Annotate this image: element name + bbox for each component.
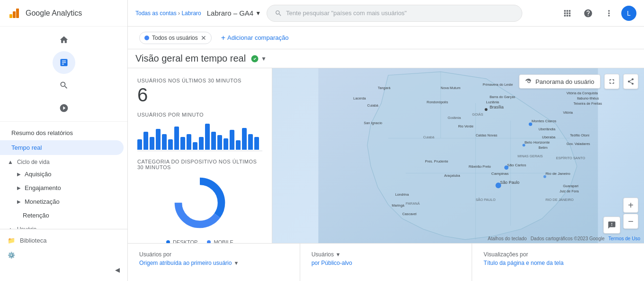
bottom-card-3-title: Visualizações por bbox=[483, 251, 633, 258]
chart-baseline bbox=[137, 151, 262, 151]
svg-text:Lacerda: Lacerda bbox=[353, 96, 367, 100]
breadcrumb-account[interactable]: Labraro bbox=[181, 10, 201, 17]
bottom-card-3-subtitle: Título da página e nome da tela bbox=[483, 260, 633, 266]
device-category-section: CATEGORIA DO DISPOSITIVO NOS ÚLTIMOS 30 … bbox=[137, 159, 262, 243]
mobile-label: MOBILE bbox=[214, 239, 233, 243]
zoom-out-button[interactable]: − bbox=[623, 214, 638, 229]
sidebar-section-usuario[interactable]: ▲ Usuário bbox=[0, 222, 127, 229]
svg-text:Vitória: Vitória bbox=[563, 110, 573, 115]
chart-bar bbox=[193, 142, 197, 150]
svg-text:Gov. Valadares: Gov. Valadares bbox=[566, 142, 590, 146]
apps-icon-button[interactable] bbox=[559, 5, 576, 22]
chart-bar bbox=[254, 137, 259, 150]
nav-home[interactable] bbox=[53, 28, 75, 51]
svg-text:São Carlos: São Carlos bbox=[507, 163, 526, 167]
svg-text:Teixeira de Freitas: Teixeira de Freitas bbox=[573, 101, 602, 106]
users-filter-chip[interactable]: Todos os usuários ✕ bbox=[139, 32, 212, 44]
panorama-button[interactable]: Panorama do usuário bbox=[519, 74, 600, 89]
sidebar-item-monetizacao[interactable]: ▶ Monetização bbox=[0, 195, 127, 208]
keyboard-shortcuts[interactable]: Atalhos do teclado bbox=[488, 236, 527, 241]
sidebar-item-engajamento[interactable]: ▶ Engajamento bbox=[0, 181, 127, 195]
svg-text:Primavera do Leste: Primavera do Leste bbox=[483, 82, 513, 87]
add-comparison-button[interactable]: + Adicionar comparação bbox=[217, 32, 293, 44]
bottom-card-visualizations[interactable]: Visualizações por Título da página e nom… bbox=[472, 244, 644, 281]
svg-rect-3 bbox=[16, 9, 19, 18]
users-per-min-section: USUÁRIOS POR MINUTO bbox=[137, 112, 262, 151]
bottom-card-users-by[interactable]: Usuários por Origem atribuída ao primeir… bbox=[128, 244, 300, 281]
page-title-row: Visão geral em tempo real ▼ bbox=[128, 49, 644, 68]
nav-reports[interactable] bbox=[53, 51, 75, 74]
fullscreen-icon bbox=[608, 78, 616, 85]
content: Todos os usuários ✕ + Adicionar comparaç… bbox=[128, 27, 644, 281]
terms-of-use[interactable]: Termos de Uso bbox=[608, 236, 640, 241]
sidebar-section-ciclo-vida[interactable]: ▲ Ciclo de vida bbox=[0, 155, 127, 167]
bottom-card-users-audience[interactable]: Usuários ▼ por Público-alvo bbox=[300, 244, 473, 281]
user-avatar[interactable]: L bbox=[621, 6, 636, 21]
chart-bar bbox=[205, 124, 210, 150]
svg-point-22 bbox=[522, 144, 525, 146]
nav-advertising[interactable] bbox=[53, 97, 75, 119]
feedback-button[interactable] bbox=[603, 217, 620, 234]
ga-logo-icon bbox=[8, 7, 21, 20]
status-check-icon bbox=[250, 54, 259, 63]
filter-close-icon[interactable]: ✕ bbox=[201, 34, 206, 42]
svg-text:Araçatuba: Araçatuba bbox=[444, 173, 460, 178]
svg-text:Uberlândia: Uberlândia bbox=[538, 127, 556, 131]
dropdown-arrow-1[interactable]: ▼ bbox=[233, 260, 239, 266]
chart-bar bbox=[174, 127, 179, 150]
chevron-up-icon: ▲ bbox=[8, 159, 13, 165]
map-background: Brasília São Paulo São Carlos Montes Cla… bbox=[272, 68, 644, 243]
collapse-icon: ◀ bbox=[115, 266, 120, 273]
svg-text:Campinas: Campinas bbox=[492, 172, 509, 176]
svg-text:Luziânia: Luziânia bbox=[486, 100, 500, 104]
sidebar-item-admin[interactable]: ⚙️ bbox=[0, 248, 127, 263]
chart-bar bbox=[211, 132, 216, 150]
chart-bar bbox=[236, 140, 241, 150]
chart-bar bbox=[242, 128, 247, 150]
chevron-right-icon-2: ▶ bbox=[17, 185, 21, 190]
library-icon: 📁 bbox=[8, 237, 15, 244]
nav-explore[interactable] bbox=[53, 74, 75, 97]
sidebar-item-retencao[interactable]: Retenção bbox=[0, 208, 127, 222]
chart-bar bbox=[150, 137, 154, 150]
svg-text:Cuiabá: Cuiabá bbox=[367, 103, 379, 108]
sidebar-footer: 📁 Biblioteca ⚙️ ◀ bbox=[0, 229, 127, 281]
bottom-card-1-title: Usuários por bbox=[139, 251, 288, 258]
svg-text:Maringá: Maringá bbox=[392, 203, 404, 208]
search-icon bbox=[275, 9, 282, 17]
account-selector[interactable]: Labraro – GA4 ▼ bbox=[207, 9, 261, 17]
status-dropdown-icon[interactable]: ▼ bbox=[261, 55, 267, 62]
chevron-right-icon: ▶ bbox=[17, 172, 21, 177]
panorama-icon bbox=[525, 78, 533, 85]
chart-bar bbox=[224, 138, 228, 150]
map-controls: Panorama do usuário bbox=[519, 74, 638, 89]
status-row: ▼ bbox=[250, 54, 267, 63]
svg-text:São Paulo: São Paulo bbox=[500, 180, 519, 185]
breadcrumb-all-accounts[interactable]: Todas as contas bbox=[135, 10, 177, 17]
svg-text:RIO DE JANEIRO: RIO DE JANEIRO bbox=[546, 198, 574, 202]
sidebar-collapse-button[interactable]: ◀ bbox=[0, 263, 127, 277]
users-dropdown[interactable]: ▼ bbox=[335, 252, 340, 257]
zoom-in-button[interactable]: + bbox=[623, 198, 638, 213]
help-icon-button[interactable] bbox=[580, 5, 597, 22]
donut-chart bbox=[169, 172, 231, 234]
sidebar-logo-text: Google Analytics bbox=[26, 9, 82, 18]
sidebar-item-aquisicao[interactable]: ▶ Aquisição bbox=[0, 167, 127, 181]
svg-text:Ribeirão Preto: Ribeirão Preto bbox=[469, 164, 491, 169]
breadcrumb: Todas as contas › Labraro bbox=[135, 10, 201, 17]
top-header: Todas as contas › Labraro Labraro – GA4 … bbox=[128, 0, 644, 27]
sidebar-item-tempo-real[interactable]: Tempo real bbox=[0, 140, 124, 155]
bar-chart bbox=[137, 121, 262, 150]
panorama-label: Panorama do usuário bbox=[536, 78, 594, 85]
search-bar[interactable]: Tente pesquisar "países com mais usuário… bbox=[267, 5, 522, 22]
zoom-controls: + − bbox=[623, 198, 638, 229]
sidebar-item-resumo[interactable]: Resumo dos relatórios bbox=[0, 126, 124, 140]
chart-bar bbox=[180, 137, 185, 150]
fullscreen-button[interactable] bbox=[604, 74, 619, 89]
share-button[interactable] bbox=[623, 74, 638, 89]
more-options-icon-button[interactable] bbox=[600, 5, 617, 22]
feedback-icon bbox=[608, 221, 616, 229]
svg-rect-2 bbox=[13, 11, 16, 18]
sidebar-item-biblioteca[interactable]: 📁 Biblioteca bbox=[0, 233, 127, 248]
add-icon: + bbox=[221, 34, 225, 42]
